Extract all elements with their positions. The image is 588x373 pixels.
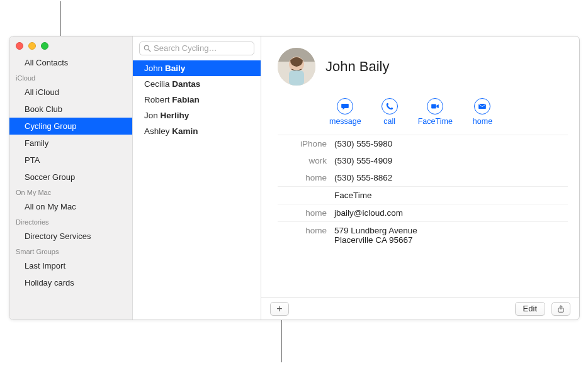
card-header: John Baily	[278, 48, 568, 86]
action-label: message	[329, 117, 361, 126]
action-facetime[interactable]: FaceTime	[418, 98, 453, 126]
search-box[interactable]	[139, 42, 254, 55]
contact-list-column: John Baily Cecilia Dantas Robert Fabian …	[133, 36, 261, 320]
action-message[interactable]: message	[329, 98, 361, 126]
contact-list-item[interactable]: Robert Fabian	[133, 92, 261, 108]
field-label	[278, 191, 334, 200]
search-icon	[143, 44, 152, 53]
svg-rect-5	[289, 70, 304, 86]
sidebar-item-soccer-group[interactable]: Soccer Group	[9, 169, 132, 186]
share-icon	[557, 304, 565, 313]
field-label: iPhone	[278, 139, 334, 148]
sidebar-item-all-contacts[interactable]: All Contacts	[9, 54, 132, 71]
contact-last: Dantas	[172, 79, 200, 89]
add-button[interactable]: +	[270, 302, 289, 316]
svg-point-0	[144, 45, 149, 50]
card-bottom-bar: + Edit	[261, 297, 579, 320]
sidebar-section-header: iCloud	[9, 71, 132, 84]
sidebar-item-last-import[interactable]: Last Import	[9, 257, 132, 274]
contact-list-item[interactable]: Ashley Kamin	[133, 123, 261, 139]
contact-name: John Baily	[325, 58, 390, 75]
avatar[interactable]	[278, 48, 315, 86]
field-phone[interactable]: home (530) 555-8862	[278, 169, 568, 186]
contact-first: Cecilia	[144, 79, 170, 89]
svg-rect-6	[431, 104, 436, 109]
sidebar-item-directory-services[interactable]: Directory Services	[9, 228, 132, 245]
contact-last: Fabian	[172, 95, 200, 104]
field-phone[interactable]: iPhone (530) 555-5980	[278, 135, 568, 152]
sidebar-item-cycling-group[interactable]: Cycling Group	[9, 118, 132, 135]
action-row: message call	[329, 98, 568, 126]
field-value: (530) 555-8862	[334, 173, 568, 182]
search-input[interactable]	[140, 42, 254, 54]
plus-icon: +	[276, 303, 282, 315]
window-traffic-lights	[16, 42, 48, 50]
contacts-window: All Contacts iCloud All iCloud Book Club…	[9, 36, 580, 320]
field-label: home	[278, 173, 334, 182]
field-value: jbaily@icloud.com	[334, 208, 568, 218]
sidebar-item-pta[interactable]: PTA	[9, 152, 132, 169]
sidebar-item-all-icloud[interactable]: All iCloud	[9, 84, 132, 101]
contact-last: Herlihy	[161, 111, 189, 120]
field-facetime-header[interactable]: FaceTime	[278, 186, 568, 204]
sidebar-section-header: Directories	[9, 215, 132, 228]
contact-last: Baily	[165, 64, 185, 73]
svg-line-1	[149, 50, 151, 52]
svg-rect-7	[479, 104, 487, 109]
search-wrap	[133, 36, 261, 59]
sidebar-item-family[interactable]: Family	[9, 135, 132, 152]
sidebar-section-header: On My Mac	[9, 186, 132, 198]
window-minimize-button[interactable]	[28, 42, 36, 50]
contact-first: Ashley	[144, 126, 170, 136]
sidebar-item-all-on-my-mac[interactable]: All on My Mac	[9, 198, 132, 215]
action-label: call	[383, 117, 395, 126]
callout-line-add	[281, 315, 282, 362]
window-zoom-button[interactable]	[41, 42, 48, 50]
contact-list: John Baily Cecilia Dantas Robert Fabian …	[133, 59, 261, 139]
sidebar-item-holiday-cards[interactable]: Holiday cards	[9, 274, 132, 291]
contact-first: John	[144, 64, 162, 73]
contact-list-item[interactable]: Jon Herlihy	[133, 108, 261, 123]
edit-button[interactable]: Edit	[515, 302, 545, 316]
avatar-image	[278, 48, 315, 86]
field-address[interactable]: home 579 Lundberg Avenue Placerville CA …	[278, 221, 568, 248]
contact-list-item[interactable]: Cecilia Dantas	[133, 76, 261, 92]
field-email[interactable]: home jbaily@icloud.com	[278, 204, 568, 221]
phone-icon	[385, 102, 394, 111]
contact-card: John Baily message	[261, 36, 579, 320]
address-line2: Placerville CA 95667	[334, 235, 568, 245]
field-value: (530) 555-5980	[334, 139, 568, 148]
sidebar-item-book-club[interactable]: Book Club	[9, 101, 132, 118]
action-email-home[interactable]: home	[473, 98, 492, 126]
message-icon	[341, 102, 349, 111]
action-label: FaceTime	[418, 117, 453, 126]
card-fields: iPhone (530) 555-5980 work (530) 555-490…	[278, 135, 568, 248]
contact-list-item[interactable]: John Baily	[133, 60, 261, 76]
contact-first: Jon	[144, 111, 158, 120]
share-button[interactable]	[551, 302, 570, 316]
contact-last: Kamin	[172, 126, 198, 136]
field-label: home	[278, 226, 334, 245]
sidebar-section-header: Smart Groups	[9, 245, 132, 257]
sidebar: All Contacts iCloud All iCloud Book Club…	[9, 36, 133, 320]
action-label: home	[473, 117, 492, 126]
action-call[interactable]: call	[382, 98, 398, 126]
address-line1: 579 Lundberg Avenue	[334, 226, 417, 235]
field-value: FaceTime	[334, 191, 568, 200]
window-close-button[interactable]	[16, 42, 23, 50]
field-value: 579 Lundberg Avenue Placerville CA 95667	[334, 226, 568, 245]
field-label: work	[278, 156, 334, 165]
mail-icon	[478, 102, 487, 111]
field-label: home	[278, 208, 334, 218]
video-icon	[431, 102, 439, 111]
field-value: (530) 555-4909	[334, 156, 568, 165]
contact-first: Robert	[144, 95, 170, 104]
field-phone[interactable]: work (530) 555-4909	[278, 152, 568, 169]
